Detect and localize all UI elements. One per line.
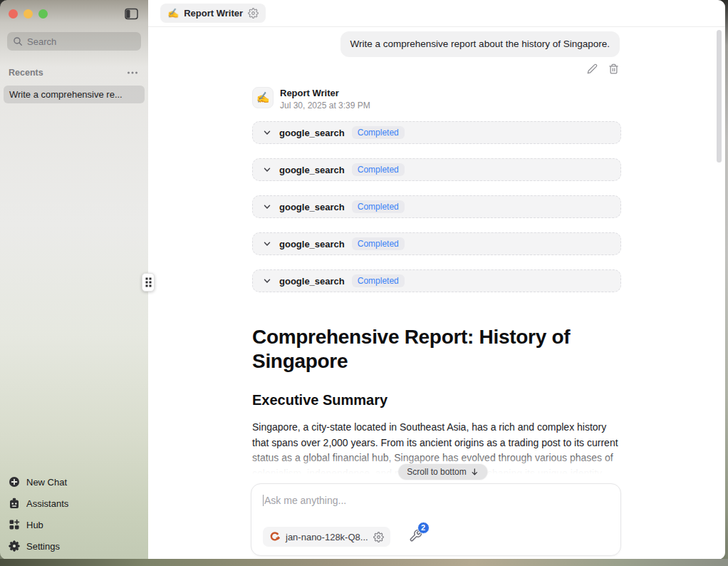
report-paragraph: Singapore, a city-state located in South… [252,420,621,466]
composer: jan-nano-128k-Q8... 2 [251,483,621,556]
grip-dots-icon [145,277,152,287]
app-window: Search Recents Write a comprehensive re.… [0,0,725,560]
scroll-to-bottom-button[interactable]: Scroll to bottom [398,464,487,480]
scrollbar-thumb[interactable] [717,30,722,163]
plus-circle-icon [9,476,20,488]
tool-status-badge: Completed [352,126,405,139]
sidebar-nav: New Chat Assistants [0,471,148,557]
nav-label: New Chat [26,477,67,488]
recent-chat-item[interactable]: Write a comprehensive re... [4,86,145,103]
text-caret [263,495,264,506]
tool-call-row[interactable]: google_search Completed [252,158,621,181]
model-settings-gear-icon[interactable] [373,532,384,542]
tool-call-row[interactable]: google_search Completed [252,121,621,144]
recents-label: Recents [9,68,43,78]
scroll-to-bottom-label: Scroll to bottom [407,467,466,477]
tool-status-badge: Completed [352,200,405,213]
main-panel: ✍️ Report Writer Write a comprehensive r… [148,0,725,560]
minimize-window-button[interactable] [24,9,33,19]
tool-status-badge: Completed [352,274,405,287]
nav-label: Assistants [26,498,68,509]
close-window-button[interactable] [9,9,18,19]
traffic-lights [9,9,48,19]
recents-header: Recents [0,68,148,78]
tool-status-badge: Completed [352,163,405,176]
delete-message-button[interactable] [608,63,620,75]
tool-name: google_search [279,128,345,138]
tool-status-badge: Completed [352,237,405,250]
composer-toolbar: jan-nano-128k-Q8... 2 [263,527,422,547]
zoom-window-button[interactable] [38,9,48,19]
nav-label: Hub [26,520,43,530]
sidebar: Search Recents Write a comprehensive re.… [0,0,148,560]
jan-logo-icon [269,531,281,542]
search-icon [13,36,23,46]
message-timestamp: Jul 30, 2025 at 3:39 PM [280,101,370,110]
settings-gear-icon [9,540,20,552]
search-input[interactable]: Search [7,32,141,51]
tool-name: google_search [279,165,345,175]
tools-button[interactable]: 2 [409,529,422,545]
nav-label: Settings [26,541,60,552]
assistant-emoji-icon: ✍️ [167,8,179,19]
assistant-meta: Report Writer Jul 30, 2025 at 3:39 PM [280,87,370,110]
chevron-down-icon [262,239,272,249]
pencil-icon [587,63,598,74]
arrow-down-icon [471,468,479,476]
message-actions [586,63,620,75]
tool-name: google_search [279,202,345,212]
sidebar-item-settings[interactable]: Settings [9,535,140,557]
report-content: Comprehensive Report: History of Singapo… [252,325,621,481]
report-title: Comprehensive Report: History of Singapo… [252,325,621,374]
composer-input-row [263,495,609,506]
sidebar-item-hub[interactable]: Hub [9,514,140,535]
tool-call-row[interactable]: google_search Completed [252,269,621,292]
chevron-down-icon [262,165,272,175]
tool-call-row[interactable]: google_search Completed [252,195,621,218]
sidebar-toggle-icon [125,8,138,20]
assistant-settings-gear-icon[interactable] [248,8,259,19]
assistant-avatar-emoji: ✍️ [256,91,270,104]
sidebar-toggle-button[interactable] [123,5,140,22]
hub-icon [9,519,20,530]
assistant-tab-title: Report Writer [184,8,243,19]
model-selector[interactable]: jan-nano-128k-Q8... [263,527,390,547]
chat-input[interactable] [264,495,609,506]
sidebar-item-assistants[interactable]: Assistants [9,493,140,514]
sidebar-resize-handle[interactable] [142,273,155,292]
model-name: jan-nano-128k-Q8... [286,532,368,542]
chevron-down-icon [262,276,272,286]
assistant-name: Report Writer [280,88,370,98]
edit-message-button[interactable] [586,63,598,75]
assistant-tab[interactable]: ✍️ Report Writer [160,4,266,23]
tool-name: google_search [279,276,345,287]
search-placeholder: Search [27,36,56,47]
assistants-icon [9,498,20,509]
chevron-down-icon [262,202,272,212]
chat-header: ✍️ Report Writer [148,0,725,27]
tools-count-badge: 2 [417,522,430,534]
trash-icon [608,63,619,74]
assistant-avatar: ✍️ [252,87,274,108]
recent-chat-label: Write a comprehensive re... [9,89,123,100]
desktop-wallpaper-strip [0,559,728,566]
section-heading: Executive Summary [252,392,621,408]
recents-menu-icon[interactable] [127,71,138,75]
tool-call-row[interactable]: google_search Completed [252,232,621,255]
tool-name: google_search [279,239,345,249]
titlebar [0,0,148,27]
chevron-down-icon [262,128,272,138]
assistant-message-header: ✍️ Report Writer Jul 30, 2025 at 3:39 PM [252,87,370,110]
user-message-bubble: Write a comprehensive report about the h… [340,31,620,57]
sidebar-item-new-chat[interactable]: New Chat [9,471,140,493]
